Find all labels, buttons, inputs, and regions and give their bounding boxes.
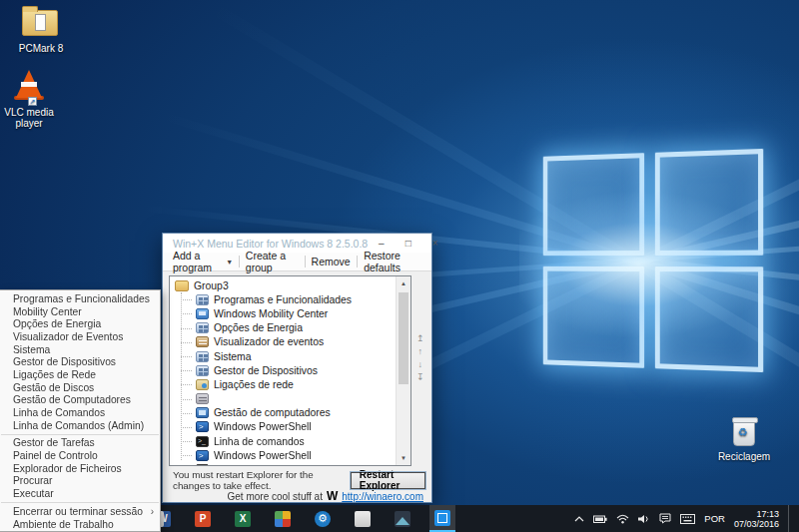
show-hidden-icons-chevron-icon[interactable] [574,515,584,523]
winx-context-menu: Programas e Funcionalidades Mobility Cen… [0,289,161,532]
taskbar-photos-button[interactable] [390,505,415,532]
group-folder-icon [175,280,189,291]
restart-note: You must restart Explorer for the change… [173,469,351,491]
editor-toolbar: Add a program ▼ Create a group Remove Re… [163,253,431,271]
language-indicator[interactable]: POR [704,513,725,524]
taskbar-app-button[interactable] [350,505,376,532]
menu-item-programs-features[interactable]: Programas e Funcionalidades [0,292,160,305]
system-tray: POR 17:13 07/03/2016 [574,505,799,532]
action-center-icon[interactable] [659,513,671,524]
taskbar-excel-button[interactable]: X [230,505,256,532]
tree-item-row[interactable]: Visualizador de eventos [170,335,396,349]
restart-explorer-button[interactable]: Restart Explorer [351,472,425,489]
tree-item-row[interactable]: Gestor de Dispositivos [170,363,396,377]
tree-item-row[interactable]: Ligações de rede [170,377,396,391]
create-group-button[interactable]: Create a group [240,253,305,270]
menu-item-command-prompt[interactable]: Linha de Comandos [0,406,160,419]
move-to-bottom-icon[interactable]: ↧ [416,372,424,382]
menu-item-control-panel[interactable]: Painel de Controlo [0,449,160,462]
taskbar-winx-editor-button-active[interactable] [429,505,455,532]
tree-group-row[interactable]: Group3 [170,278,396,292]
pcmark-icon [275,511,291,527]
cmd-icon [196,464,209,466]
winx-editor-icon [434,510,450,526]
winaero-link[interactable]: http://winaero.com [342,491,423,502]
cmd-icon [196,436,209,447]
touch-keyboard-icon[interactable] [680,514,695,524]
menu-item-power-options[interactable]: Opções de Energia [0,317,160,330]
tree-item-row[interactable]: Windows PowerShell [170,420,396,434]
tree-item-row[interactable]: Windows Mobility Center [170,306,396,320]
menu-item-desktop[interactable]: Ambiente de Trabalho [0,518,160,531]
tree-item-row[interactable]: Linha de comandos [170,462,396,466]
folder-icon [22,10,60,40]
network-connections-icon [196,379,209,390]
desktop-icon-label: Reciclagem [711,451,777,462]
menu-item-run[interactable]: Executar [0,487,160,500]
reorder-buttons: ↥ ↑ ↓ ↧ [416,333,424,382]
desktop-icon-pcmark[interactable]: PCMark 8 [8,10,74,54]
computer-management-icon [196,407,209,418]
desktop-icon-recycle-bin[interactable]: ♻ Reciclagem [711,420,777,462]
tree-item-row[interactable]: Gestão de computadores [170,406,396,420]
menu-item-command-prompt-admin[interactable]: Linha de Comandos (Admin) [0,419,160,432]
menu-items-tree[interactable]: Group3 Programas e Funcionalidades Windo… [169,275,411,466]
clock[interactable]: 17:13 07/03/2016 [734,509,779,529]
menu-item-event-viewer[interactable]: Visualizador de Eventos [0,330,160,343]
menu-item-system[interactable]: Sistema [0,343,160,356]
app-icon [355,511,371,527]
winx-menu-editor-window: Win+X Menu Editor for Windows 8 2.5.0.8 … [162,233,432,503]
taskbar-pcmark-button[interactable] [270,505,296,532]
clock-date: 07/03/2016 [734,519,779,529]
scrollbar-thumb[interactable] [399,292,408,384]
tree-item-row[interactable]: Linha de comandos [170,434,396,448]
submenu-arrow-icon: › [151,506,154,517]
power-options-icon [196,322,209,333]
tree-item-row[interactable]: Sistema [170,349,396,363]
taskbar-settings-button[interactable]: ⚙ [310,505,336,532]
menu-item-computer-management[interactable]: Gestão de Computadores [0,394,160,407]
tree-item-row[interactable] [170,392,396,406]
disk-management-icon [196,393,209,404]
vertical-scrollbar[interactable]: ▲ ▼ [396,276,410,465]
menu-item-mobility-center[interactable]: Mobility Center [0,305,160,318]
photos-icon [395,511,410,527]
menu-item-file-explorer[interactable]: Explorador de Ficheiros [0,462,160,475]
show-desktop-button[interactable] [788,505,793,532]
tree-item-row[interactable]: Windows PowerShell [170,448,396,462]
menu-item-shutdown-signout[interactable]: Encerrar ou terminar sessão › [0,505,160,518]
scroll-down-icon[interactable]: ▼ [397,451,410,465]
tree-item-row[interactable]: Programas e Funcionalidades [170,292,396,306]
menu-item-device-manager[interactable]: Gestor de Dispositivos [0,355,160,368]
menu-item-task-manager[interactable]: Gestor de Tarefas [0,437,160,450]
restore-defaults-button[interactable]: Restore defaults [358,253,427,270]
taskbar-powerpoint-button[interactable]: P [190,505,216,532]
device-manager-icon [196,365,209,376]
menu-separator [1,502,159,503]
system-icon [196,351,209,362]
move-up-icon[interactable]: ↑ [418,346,423,356]
battery-icon[interactable] [593,514,607,524]
powerpoint-icon: P [195,511,211,527]
remove-button[interactable]: Remove [306,253,357,270]
move-to-top-icon[interactable]: ↥ [416,333,424,343]
clock-time: 17:13 [734,509,779,519]
powershell-icon [196,421,209,432]
menu-item-search[interactable]: Procurar [0,475,160,488]
vlc-cone-icon: ↗ [14,70,44,104]
scroll-up-icon[interactable]: ▲ [397,276,410,290]
volume-icon[interactable] [638,514,650,524]
close-button[interactable]: × [421,234,448,253]
menu-item-disk-management[interactable]: Gestão de Discos [0,381,160,394]
menu-item-network-connections[interactable]: Ligações de Rede [0,368,160,381]
shortcut-arrow-icon: ↗ [28,97,37,106]
recycle-bin-icon: ♻ [732,420,756,448]
windows-logo-graphic [543,149,763,372]
control-panel-icon [196,294,209,305]
move-down-icon[interactable]: ↓ [418,359,423,369]
add-program-button[interactable]: Add a program ▼ [167,253,239,270]
tree-item-row[interactable]: Opções de Energia [170,321,396,335]
wifi-icon[interactable] [616,514,629,524]
desktop-icon-vlc[interactable]: ↗ VLC media player [0,70,62,129]
desktop-icon-label: PCMark 8 [8,43,74,54]
